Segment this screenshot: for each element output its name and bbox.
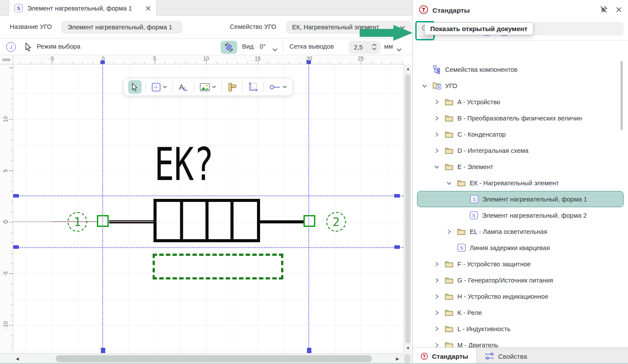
attribute-placeholder-rect[interactable] — [153, 254, 283, 279]
heating-element-body[interactable] — [153, 199, 260, 242]
close-panel-icon[interactable] — [616, 7, 622, 14]
tree-item[interactable]: K - Реле — [413, 304, 628, 321]
chevron-right-icon[interactable] — [432, 326, 442, 332]
tree-item[interactable]: D - Интегральная схема — [413, 142, 628, 159]
guide-handle[interactable] — [100, 60, 105, 64]
pin-pad-2[interactable] — [303, 215, 315, 227]
chevron-right-icon[interactable] — [432, 99, 442, 105]
ugo-family-select[interactable]: ЕК, Нагревательный элемент — [286, 21, 411, 34]
tree-item[interactable]: H - Устройство индикационное — [413, 288, 628, 304]
text-tool-button[interactable]: A — [177, 81, 190, 93]
image-tool-button[interactable] — [198, 81, 218, 93]
standards-tree: Семейства компонентовSУГОA - УстройствоB… — [413, 61, 628, 347]
ruler-label: -10 — [3, 321, 9, 329]
tree-item-label: G - Генератор/Источник питания — [457, 277, 553, 284]
ugo-name-field[interactable]: Элемент нагревательный, форма 1 — [61, 21, 182, 34]
chevron-down-icon[interactable] — [444, 180, 454, 186]
pin-tool-button[interactable] — [268, 83, 288, 92]
chevron-down-icon[interactable] — [396, 46, 402, 53]
chevron-right-icon[interactable] — [432, 148, 442, 153]
chevron-right-icon[interactable] — [432, 116, 442, 121]
tree-item[interactable]: ЕК - Нагревательный элемент — [413, 175, 628, 191]
guide-handle[interactable] — [307, 60, 311, 64]
folder-icon — [444, 309, 454, 316]
ugo-family-label: Семейство УГО — [230, 23, 276, 30]
ruler-tool-button[interactable] — [226, 81, 238, 93]
tree-item-label: Элемент нагревательный, форма 1 — [482, 196, 587, 203]
transform-grid-tool-button[interactable] — [246, 81, 260, 93]
tree-item-label: M - Двигатель — [457, 342, 498, 348]
tree-item[interactable]: L - Индуктивность — [413, 321, 628, 337]
guide-handle[interactable] — [394, 245, 400, 249]
chevron-down-icon[interactable] — [432, 164, 442, 170]
ref-designator-text[interactable]: EK? — [154, 141, 214, 187]
rotate-view-button[interactable] — [221, 41, 237, 54]
guide-handle[interactable] — [101, 348, 105, 353]
tree-item[interactable]: B - Преобразователь физических величин — [413, 110, 628, 126]
tree-item-label: УГО — [445, 82, 457, 89]
pin-number-2[interactable]: 2 — [326, 212, 346, 232]
symbol-lead-right[interactable] — [260, 220, 305, 223]
folder-s-icon: S — [432, 81, 442, 90]
guide-handle[interactable] — [394, 194, 400, 198]
canvas-vertical-scrollbar[interactable]: ▲ ▼ — [403, 64, 411, 353]
tree-item[interactable]: F - Устройство защитное — [413, 256, 628, 272]
tree-item[interactable]: A - Устройство — [413, 94, 628, 110]
mode-label: Режим выбора — [37, 43, 80, 50]
folder-icon — [444, 341, 454, 347]
vertical-scroll-thumb[interactable] — [405, 74, 410, 343]
scroll-left-icon[interactable]: ◀ — [16, 357, 19, 361]
ruler-label: -5 — [3, 271, 9, 276]
chevron-right-icon[interactable] — [432, 132, 442, 137]
chevron-right-icon[interactable] — [432, 262, 442, 267]
chevron-right-icon[interactable] — [432, 278, 442, 283]
tree-item[interactable]: SУГО — [413, 78, 628, 94]
unit-value[interactable]: мм — [384, 43, 393, 50]
select-tool-button[interactable] — [128, 80, 142, 94]
stepper-arrows-icon[interactable] — [372, 43, 377, 52]
tree-item[interactable]: SЭлемент нагревательный, форма 2 — [413, 207, 628, 223]
tree-item[interactable]: SЭлемент нагревательный, форма 1 — [417, 191, 624, 207]
chevron-right-icon[interactable] — [432, 343, 442, 348]
shape-tool-button[interactable] — [150, 81, 168, 93]
horizontal-scroll-thumb[interactable] — [56, 355, 372, 362]
tree-item[interactable]: M - Двигатель — [413, 337, 628, 347]
close-tab-icon[interactable] — [146, 6, 151, 11]
ugo-fields-row: Название УГО Элемент нагревательный, фор… — [0, 16, 412, 39]
pin-number-1[interactable]: 1 — [68, 212, 87, 232]
svg-text:S: S — [437, 85, 440, 89]
tree-item[interactable]: G - Генератор/Источник питания — [413, 272, 628, 288]
tree-item-label: F - Устройство защитное — [457, 261, 531, 268]
chevron-right-icon[interactable] — [432, 310, 442, 315]
tree-item[interactable]: SЛиния задержки кварцевая — [413, 240, 628, 256]
guide-handle[interactable] — [307, 348, 311, 353]
scroll-down-icon[interactable]: ▼ — [406, 346, 410, 350]
view-angle-value[interactable]: 0° — [260, 43, 266, 50]
canvas-horizontal-scrollbar[interactable]: ◀ ▶ — [0, 353, 412, 364]
pin-grid-stepper[interactable]: 2,5 — [349, 41, 381, 54]
ugo-name-label: Название УГО — [10, 23, 52, 30]
unpin-panel-icon[interactable] — [599, 5, 608, 15]
tree-item[interactable]: Семейства компонентов — [413, 61, 628, 78]
tree-item[interactable]: C - Конденсатор — [413, 126, 628, 142]
tab-standards[interactable]: Стандарты — [413, 348, 477, 364]
info-icon[interactable]: i — [6, 42, 16, 52]
chevron-right-icon[interactable] — [432, 294, 442, 299]
scroll-up-icon[interactable]: ▲ — [406, 67, 410, 71]
tree-item[interactable]: E - Элемент — [413, 159, 628, 175]
chevron-right-icon[interactable] — [444, 229, 454, 234]
tree-item-label: H - Устройство индикационное — [457, 293, 548, 300]
guide-handle[interactable] — [13, 245, 19, 249]
chevron-down-icon[interactable] — [420, 83, 429, 88]
scroll-right-icon[interactable]: ▶ — [396, 357, 399, 361]
chevron-down-icon[interactable] — [272, 46, 278, 53]
folder-icon — [457, 228, 466, 235]
guide-handle[interactable] — [13, 194, 19, 198]
properties-tab-icon — [485, 352, 494, 360]
symbol-canvas[interactable]: EK? 1 2 — [13, 64, 403, 353]
document-tab[interactable]: S Элемент нагревательный, форма 1 — [9, 0, 157, 16]
tree-scroll-thumb[interactable] — [621, 61, 623, 130]
tab-properties[interactable]: Свойства — [477, 348, 535, 364]
svg-text:S: S — [472, 197, 475, 202]
tree-item[interactable]: EL - Лампа осветительная — [413, 223, 628, 240]
